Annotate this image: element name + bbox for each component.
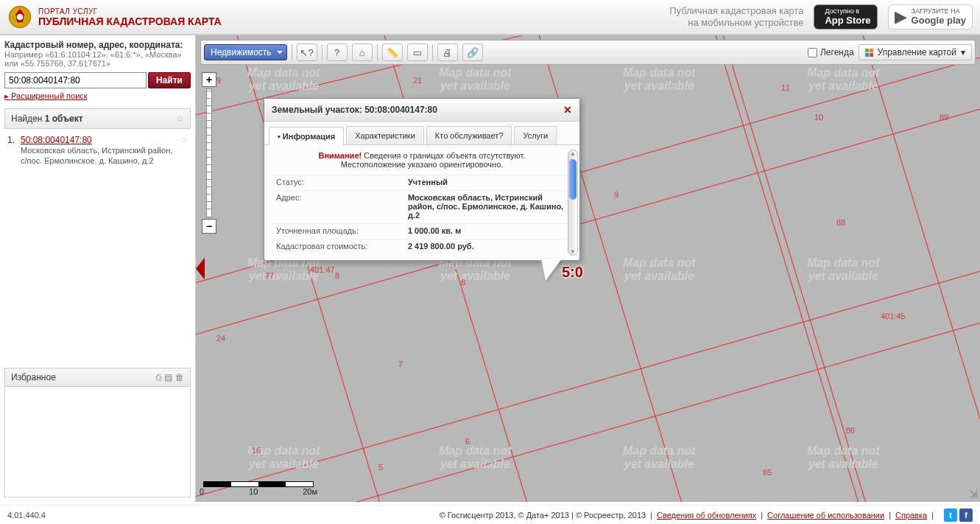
search-button[interactable]: Найти <box>148 72 191 88</box>
tab-service[interactable]: Кто обслуживает? <box>426 126 512 144</box>
search-sidebar: Кадастровый номер, адрес, координата: На… <box>0 35 196 502</box>
appstore-badge[interactable]: Доступно вApp Store <box>814 4 877 29</box>
version-label: 4.01.440.4 <box>7 511 46 520</box>
measure-area-button[interactable]: ▭ <box>407 43 428 61</box>
result-address: Московская область, Истринский район, с/… <box>21 145 174 167</box>
measure-line-button[interactable]: 📏 <box>382 43 403 61</box>
tab-services[interactable]: Услуги <box>514 126 557 144</box>
play-icon: ▶ <box>895 7 907 27</box>
advanced-search-link[interactable]: Расширенный поиск <box>4 91 191 101</box>
twitter-icon[interactable]: t <box>944 509 957 522</box>
resize-icon[interactable]: ⇲ <box>969 488 978 500</box>
svg-line-12 <box>859 35 980 502</box>
search-hint: Например «61:6:10104:12», «61:6:*», «Мос… <box>4 50 191 68</box>
footer-link-help[interactable]: Справка <box>895 511 927 520</box>
building-tool-button[interactable]: ⌂ <box>352 43 373 61</box>
manage-map-button[interactable]: Управление картой ▾ <box>859 44 972 60</box>
info-tool-button[interactable]: ? <box>327 43 348 61</box>
footer: 4.01.440.4 © Госгисцентр 2013, © Дата+ 2… <box>0 505 980 524</box>
map-toolbar: Недвижимость ↖? ? ⌂ 📏 ▭ 🖨 🔗 Легенда Упра… <box>200 40 976 65</box>
favorites-panel <box>4 387 191 497</box>
app-header: ПОРТАЛ УСЛУГ ПУБЛИЧНАЯ КАДАСТРОВАЯ КАРТА… <box>0 0 980 35</box>
zoom-control: + − <box>202 72 216 234</box>
export-icon[interactable]: ⎙ <box>156 372 161 382</box>
tab-info[interactable]: Информация <box>269 127 344 145</box>
close-icon[interactable]: ✕ <box>563 104 572 116</box>
logo-icon <box>7 4 32 29</box>
popup-title: Земельный участок: 50:08:0040147:80 <box>272 105 437 115</box>
footer-link-updates[interactable]: Сведения об обновлениях <box>657 511 756 520</box>
link-button[interactable]: 🔗 <box>462 43 483 61</box>
tab-characteristics[interactable]: Характеристики <box>346 126 424 144</box>
scale-bar: 0 10 20м <box>203 481 317 496</box>
pointer-tool-button[interactable]: ↖? <box>297 43 317 61</box>
popup-scrollbar[interactable] <box>568 150 578 256</box>
location-marker: 5:0 <box>562 264 583 281</box>
layers-icon <box>865 49 873 57</box>
export-excel-icon[interactable]: ▤ <box>164 372 172 382</box>
search-input[interactable] <box>4 72 147 88</box>
zoom-in-button[interactable]: + <box>202 72 216 87</box>
favorite-icon[interactable]: ☆ <box>180 135 188 167</box>
favorites-bar[interactable]: Избранное ⎙ ▤ 🗑 <box>4 368 191 387</box>
portal-label: ПОРТАЛ УСЛУГ <box>38 7 669 15</box>
popup-warning: Внимание! Сведения о границах объекта от… <box>272 151 572 169</box>
svg-line-6 <box>196 315 980 502</box>
mobile-promo: Публичная кадастровая карта на мобильном… <box>669 5 803 28</box>
googleplay-badge[interactable]: ▶ ЗАГРУЗИТЕ НАGoogle play <box>888 4 973 29</box>
search-label: Кадастровый номер, адрес, координата: <box>4 40 191 50</box>
print-button[interactable]: 🖨 <box>437 43 458 61</box>
svg-point-1 <box>17 14 24 21</box>
parcel-info-popup: Земельный участок: 50:08:0040147:80 ✕ Ин… <box>264 98 580 261</box>
portal-title: ПУБЛИЧНАЯ КАДАСТРОВАЯ КАРТА <box>38 15 669 27</box>
footer-link-agreement[interactable]: Соглашение об использовании <box>767 511 884 520</box>
facebook-icon[interactable]: f <box>959 509 973 522</box>
svg-line-5 <box>196 264 980 502</box>
chevron-down-icon: ▾ <box>961 47 965 57</box>
svg-line-11 <box>719 35 881 502</box>
map-area[interactable]: Недвижимость ↖? ? ⌂ 📏 ▭ 🖨 🔗 Легенда Упра… <box>196 35 980 502</box>
trash-icon[interactable]: 🗑 <box>175 372 184 382</box>
result-link[interactable]: 50:08:0040147:80 <box>21 135 92 145</box>
zoom-out-button[interactable]: − <box>202 219 216 234</box>
zoom-slider[interactable] <box>206 88 212 217</box>
layer-select[interactable]: Недвижимость <box>204 44 287 60</box>
legend-checkbox[interactable]: Легенда <box>808 47 854 57</box>
result-item[interactable]: 1. 50:08:0040147:80 Московская область, … <box>4 129 191 172</box>
star-icon[interactable]: ☆ <box>176 113 184 124</box>
results-header: Найден 1 объект ☆ <box>4 108 191 129</box>
parcel-info-table: Статус:Учтенный Адрес:Московская область… <box>272 173 572 254</box>
